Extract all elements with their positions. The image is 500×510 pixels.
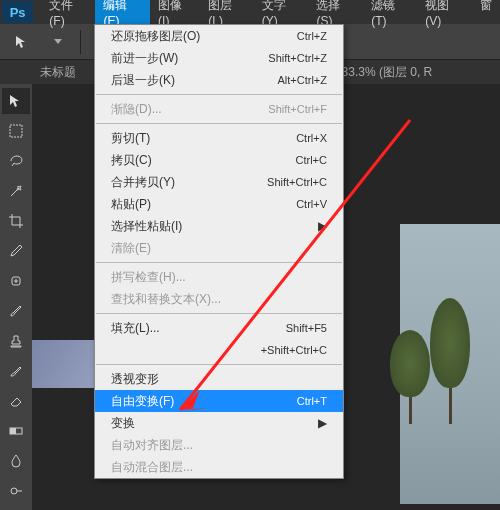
menu-item-填充(L)...[interactable]: 填充(L)...Shift+F5: [95, 317, 343, 339]
menu-item-label: 还原拖移图层(O): [111, 28, 200, 45]
heal-tool[interactable]: [2, 268, 30, 294]
shortcut-label: +Shift+Ctrl+C: [261, 344, 327, 356]
menu-item-label: 自动对齐图层...: [111, 437, 193, 454]
svg-point-7: [11, 488, 17, 494]
document-image: [400, 224, 500, 504]
move-tool[interactable]: [2, 88, 30, 114]
shortcut-label: Shift+Ctrl+C: [267, 176, 327, 188]
menu-item-label: 自由变换(F): [111, 393, 174, 410]
svg-rect-3: [10, 125, 22, 137]
submenu-arrow-icon: ▶: [318, 219, 327, 233]
menu-item-自由变换(F)[interactable]: 自由变换(F)Ctrl+T: [95, 390, 343, 412]
menu-item-透视变形[interactable]: 透视变形: [95, 368, 343, 390]
menu-item-label: 自动混合图层...: [111, 459, 193, 476]
menu-item-拼写检查(H)...: 拼写检查(H)...: [95, 266, 343, 288]
menu-item-blank[interactable]: +Shift+Ctrl+C: [95, 339, 343, 361]
menu-item-label: 填充(L)...: [111, 320, 160, 337]
shortcut-label: Shift+Ctrl+Z: [268, 52, 327, 64]
menubar: Ps 文件(F)编辑(E)图像(I)图层(L)文字(Y)选择(S)滤镜(T)视图…: [0, 0, 500, 24]
shortcut-label: Shift+Ctrl+F: [268, 103, 327, 115]
blur-tool[interactable]: [2, 448, 30, 474]
shortcut-label: Ctrl+X: [296, 132, 327, 144]
eyedropper-tool[interactable]: [2, 238, 30, 264]
dodge-tool[interactable]: [2, 478, 30, 504]
menu-item-label: 拼写检查(H)...: [111, 269, 186, 286]
shortcut-label: Ctrl+T: [297, 395, 327, 407]
menu-item-label: 查找和替换文本(X)...: [111, 291, 221, 308]
menu-item-剪切(T)[interactable]: 剪切(T)Ctrl+X: [95, 127, 343, 149]
stamp-tool[interactable]: [2, 328, 30, 354]
menu-item-label: 渐隐(D)...: [111, 101, 162, 118]
menu-item-label: 合并拷贝(Y): [111, 174, 175, 191]
tab-prefix: 未标题: [40, 64, 76, 81]
menu-item-自动混合图层...: 自动混合图层...: [95, 456, 343, 478]
shortcut-label: Ctrl+V: [296, 198, 327, 210]
menu-separator: [96, 262, 342, 263]
lasso-tool[interactable]: [2, 148, 30, 174]
menu-item-拷贝(C)[interactable]: 拷贝(C)Ctrl+C: [95, 149, 343, 171]
menu-窗[interactable]: 窗: [472, 0, 500, 32]
history-brush-tool[interactable]: [2, 358, 30, 384]
menu-item-label: 清除(E): [111, 240, 151, 257]
edit-menu-dropdown: 还原拖移图层(O)Ctrl+Z前进一步(W)Shift+Ctrl+Z后退一步(K…: [94, 24, 344, 479]
menu-separator: [96, 313, 342, 314]
menu-item-渐隐(D)...: 渐隐(D)...Shift+Ctrl+F: [95, 98, 343, 120]
app-logo: Ps: [2, 1, 33, 23]
menu-视图(V)[interactable]: 视图(V): [417, 0, 472, 32]
marquee-tool[interactable]: [2, 118, 30, 144]
tool-panel: [0, 84, 32, 510]
separator: [80, 30, 81, 54]
shortcut-label: Alt+Ctrl+Z: [277, 74, 327, 86]
wand-tool[interactable]: [2, 178, 30, 204]
menu-item-后退一步(K)[interactable]: 后退一步(K)Alt+Ctrl+Z: [95, 69, 343, 91]
shortcut-label: Shift+F5: [286, 322, 327, 334]
menu-item-label: 后退一步(K): [111, 72, 175, 89]
menu-separator: [96, 364, 342, 365]
move-cursor-icon: [8, 28, 36, 56]
menu-item-label: 透视变形: [111, 371, 159, 388]
menu-item-查找和替换文本(X)...: 查找和替换文本(X)...: [95, 288, 343, 310]
brush-tool[interactable]: [2, 298, 30, 324]
menu-item-变换[interactable]: 变换▶: [95, 412, 343, 434]
svg-rect-6: [10, 428, 16, 434]
gradient-tool[interactable]: [2, 418, 30, 444]
menu-item-label: 前进一步(W): [111, 50, 178, 67]
menu-item-自动对齐图层...: 自动对齐图层...: [95, 434, 343, 456]
shortcut-label: Ctrl+Z: [297, 30, 327, 42]
menu-item-label: 拷贝(C): [111, 152, 152, 169]
menu-滤镜(T)[interactable]: 滤镜(T): [363, 0, 417, 32]
menu-item-清除(E): 清除(E): [95, 237, 343, 259]
menu-item-前进一步(W)[interactable]: 前进一步(W)Shift+Ctrl+Z: [95, 47, 343, 69]
menu-item-还原拖移图层(O)[interactable]: 还原拖移图层(O)Ctrl+Z: [95, 25, 343, 47]
dropdown-icon[interactable]: [44, 28, 72, 56]
menu-item-选择性粘贴(I)[interactable]: 选择性粘贴(I)▶: [95, 215, 343, 237]
submenu-arrow-icon: ▶: [318, 416, 327, 430]
shortcut-label: Ctrl+C: [296, 154, 327, 166]
menu-separator: [96, 94, 342, 95]
menu-item-label: 剪切(T): [111, 130, 150, 147]
menu-item-label: 粘贴(P): [111, 196, 151, 213]
menu-separator: [96, 123, 342, 124]
menu-item-合并拷贝(Y)[interactable]: 合并拷贝(Y)Shift+Ctrl+C: [95, 171, 343, 193]
menu-item-label: 选择性粘贴(I): [111, 218, 182, 235]
menu-item-label: 变换: [111, 415, 135, 432]
eraser-tool[interactable]: [2, 388, 30, 414]
menu-item-粘贴(P)[interactable]: 粘贴(P)Ctrl+V: [95, 193, 343, 215]
crop-tool[interactable]: [2, 208, 30, 234]
